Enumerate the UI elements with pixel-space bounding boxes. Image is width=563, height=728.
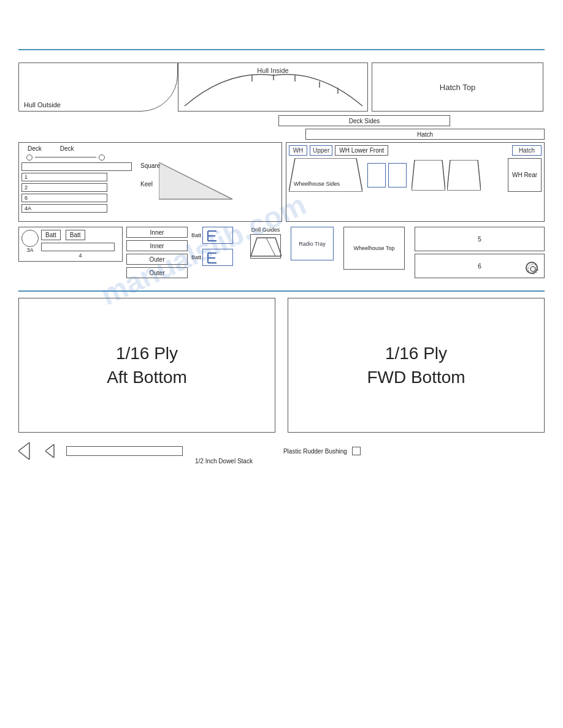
- bottom-section: 1/16 Ply Aft Bottom 1/16 Ply FWD Bottom: [18, 298, 545, 460]
- batt-box1: Batt: [41, 230, 61, 240]
- deck-bars-area: 1 2 6 4A Square: [21, 162, 279, 218]
- svg-line-18: [266, 238, 275, 256]
- inner-outer-section: Inner Inner Outer Outer: [126, 227, 188, 278]
- wheelhouse-section: WH Upper WH Lower Front Hatch: [286, 142, 545, 222]
- wh-sides-container: Wheelhouse Sides: [289, 158, 362, 192]
- hull-row: Hull Outside Hull Inside Hatch Top: [18, 56, 545, 112]
- svg-marker-21: [18, 442, 29, 460]
- svg-point-20: [528, 264, 538, 274]
- hatch-small-box: Hatch: [512, 145, 542, 156]
- dowel-group: [18, 442, 183, 460]
- keel-area: Square Keel: [134, 162, 279, 218]
- rudder-label: Plastic Rudder Bushing: [283, 448, 347, 455]
- divider-mid: [18, 290, 545, 292]
- ply-row: 1/16 Ply Aft Bottom 1/16 Ply FWD Bottom: [18, 298, 545, 433]
- svg-marker-22: [45, 444, 54, 458]
- divider-top: [18, 49, 545, 50]
- dowel-left-svg: [18, 442, 43, 460]
- outer-box1: Outer: [126, 254, 188, 265]
- hatch-top-label: Hatch Top: [440, 83, 475, 92]
- wh-trap-right-svg: [447, 160, 481, 191]
- wh-top-row: WH Upper WH Lower Front Hatch: [289, 145, 542, 156]
- accessories-row: 1/2 Inch Dowel Stack Plastic Rudder Bush…: [18, 442, 545, 460]
- circle-3a: [21, 230, 39, 247]
- dowel-bar: [66, 446, 183, 456]
- hatch-bar-box: Hatch: [305, 129, 545, 140]
- batt-num-label: 4: [41, 252, 120, 259]
- ply-fwd-text: 1/16 Ply FWD Bottom: [367, 341, 465, 389]
- top-section: Hull Outside Hull Inside Hatch Top: [18, 56, 545, 278]
- wh-middle-row: Wheelhouse Sides: [289, 158, 542, 192]
- drill-box: [250, 234, 281, 259]
- drill-guides-section: Drill Guides: [244, 227, 287, 259]
- deck-bars-left: 1 2 6 4A: [21, 162, 132, 213]
- hull-outside-shape: Hull Outside: [18, 63, 178, 112]
- svg-marker-5: [159, 162, 232, 199]
- batt-mid-row2: Batt: [191, 249, 240, 266]
- wheelhouse-top-box: Wheelhouse Top: [343, 227, 405, 270]
- hull-inside-shape: Hull Inside: [178, 63, 368, 112]
- svg-marker-8: [447, 160, 481, 191]
- deck-label2: Deck: [60, 145, 74, 152]
- wheelhouse-top-label: Wheelhouse Top: [354, 245, 395, 251]
- wh-trap-pair: [412, 158, 481, 192]
- svg-marker-17: [251, 238, 282, 256]
- batt-right: Batt Batt 4: [41, 230, 120, 259]
- deck-labels: Deck Deck: [21, 145, 279, 152]
- inner-box1: Inner: [126, 227, 188, 238]
- deck-h-line: [35, 157, 96, 158]
- batt-mid-label2: Batt: [191, 254, 201, 260]
- hull-outside-label: Hull Outside: [24, 101, 61, 108]
- bottom-parts-row: 3A Batt Batt 4 Inner: [18, 227, 545, 278]
- deck-sides-label: Deck Sides: [349, 118, 380, 124]
- batt-mid-label1: Batt: [191, 232, 201, 238]
- hatch-bar-row: Hatch: [18, 129, 545, 140]
- deck-bar-blank: [21, 162, 132, 171]
- square-label: Square: [140, 162, 160, 169]
- small-circle-left: [26, 154, 33, 161]
- wh-lower-front-box: WH Lower Front: [335, 145, 388, 156]
- svg-point-19: [530, 267, 535, 271]
- ply-aft-box: 1/16 Ply Aft Bottom: [18, 298, 275, 433]
- wh-center-boxes: [367, 158, 407, 192]
- deck-label1: Deck: [28, 145, 42, 152]
- wh-center-box1: [367, 163, 386, 188]
- hatch-bar-label: Hatch: [417, 131, 433, 138]
- batt-mid-box1: [202, 227, 233, 244]
- wh-rear-box: WH Rear: [508, 158, 542, 192]
- keel-label: Keel: [140, 181, 153, 188]
- wh-center-box2: [388, 163, 407, 188]
- ply-aft-text: 1/16 Ply Aft Bottom: [107, 341, 187, 389]
- wheelhouse-sides-label: Wheelhouse Sides: [294, 181, 340, 187]
- inner-box2: Inner: [126, 240, 188, 251]
- label-3a: 3A: [26, 247, 33, 253]
- gear-svg: [527, 263, 539, 275]
- batt-mid-section: Batt Batt: [191, 227, 240, 266]
- wheelhouse-top-section: Wheelhouse Top: [343, 227, 411, 270]
- rudder-group: Plastic Rudder Bushing: [283, 447, 361, 455]
- wh-box: WH: [289, 145, 307, 156]
- drill-arrow-svg: [251, 235, 282, 259]
- batt-bottom-bar: [41, 243, 115, 251]
- hatch-top-box: Hatch Top: [372, 63, 543, 112]
- wh-trap-left-svg: [412, 160, 445, 191]
- radio-tray-section: Radio Tray: [291, 227, 340, 260]
- batt-mid-box2: [202, 249, 233, 266]
- part5-box-top: 5: [415, 227, 545, 251]
- deck-bar-6: 6: [21, 194, 107, 202]
- batt-inner: 3A Batt Batt 4: [21, 230, 120, 259]
- deck-sides-row: Deck Sides: [18, 115, 545, 126]
- main-parts-row: Deck Deck 1 2: [18, 142, 545, 222]
- deck-bar-1: 1: [21, 173, 107, 181]
- deck-bar-2: 2: [21, 183, 107, 192]
- dowel-mid-svg: [45, 444, 64, 458]
- small-circle-right: [99, 154, 105, 161]
- part5-label: 5: [478, 236, 481, 243]
- batt-e-icon2: [203, 249, 234, 267]
- wh-upper-box: Upper: [310, 145, 332, 156]
- batt-boxes-row: Batt Batt: [41, 230, 120, 240]
- deck-bar-4a: 4A: [21, 204, 107, 213]
- radio-tray-box: Radio Tray: [291, 227, 334, 260]
- part6-label: 6: [478, 263, 481, 270]
- drill-guides-label: Drill Guides: [251, 227, 280, 233]
